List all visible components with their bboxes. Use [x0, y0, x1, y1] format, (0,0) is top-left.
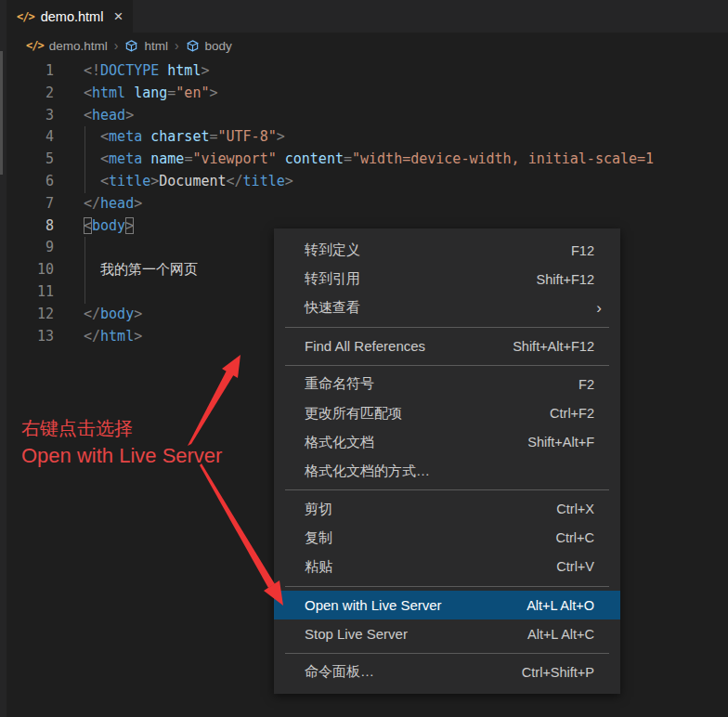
line-number[interactable]: 6: [6, 171, 54, 193]
line-number[interactable]: 4: [6, 126, 54, 149]
tab-label: demo.html: [41, 9, 104, 24]
menu-item-label: Open with Live Server: [305, 597, 442, 613]
line-number[interactable]: 12: [6, 304, 54, 326]
menu-item-go-to-definition[interactable]: 转到定义F12: [274, 236, 620, 265]
menu-item-label: 格式化文档的方式…: [305, 463, 430, 480]
menu-item-shortcut: Ctrl+V: [556, 559, 594, 574]
code-line-content: <title>Document</title>: [84, 171, 293, 193]
menu-item-label: 格式化文档: [305, 434, 374, 451]
line-number[interactable]: 13: [6, 326, 54, 348]
code-line-2[interactable]: 2<html lang="en">: [6, 83, 728, 105]
menu-item-label: 快速查看: [305, 299, 360, 317]
annotation-text: 右键点击选择 Open with Live Server: [21, 415, 222, 469]
symbol-cube-icon: [124, 39, 138, 53]
menu-item-shortcut: Shift+Alt+F12: [513, 339, 594, 354]
code-line-5[interactable]: 5 <meta name="viewport" content="width=d…: [6, 149, 728, 171]
submenu-chevron-icon: ›: [596, 299, 602, 318]
menu-item-shortcut: F2: [578, 377, 594, 392]
menu-item-command-palette[interactable]: 命令面板…Ctrl+Shift+P: [274, 658, 620, 686]
code-line-content: </body>: [84, 304, 142, 326]
menu-item-shortcut: Alt+L Alt+O: [526, 598, 594, 613]
menu-item-shortcut: Ctrl+Shift+P: [522, 665, 594, 680]
code-line-content: </html>: [84, 326, 142, 348]
menu-item-label: 复制: [305, 529, 332, 547]
menu-separator: [285, 586, 609, 587]
menu-item-label: Find All References: [305, 338, 425, 354]
menu-item-shortcut: F12: [571, 243, 594, 258]
menu-item-label: 重命名符号: [305, 375, 374, 393]
menu-separator: [285, 653, 609, 654]
line-number[interactable]: 8: [6, 215, 54, 238]
menu-item-shortcut: Ctrl+X: [556, 502, 594, 516]
menu-item-label: Stop Live Server: [305, 626, 408, 642]
code-line-content: <html lang="en">: [84, 83, 218, 105]
code-line-6[interactable]: 6 <title>Document</title>: [6, 171, 728, 193]
line-number[interactable]: 5: [6, 149, 54, 171]
menu-item-format-document[interactable]: 格式化文档Shift+Alt+F: [274, 428, 620, 457]
tab-demo-html[interactable]: </> demo.html ×: [6, 0, 133, 33]
line-number[interactable]: 10: [6, 259, 54, 281]
code-line-1[interactable]: 1<!DOCTYPE html>: [6, 60, 728, 83]
vscode-window: { "tab": { "label": "demo.html", "close"…: [0, 0, 728, 717]
menu-item-shortcut: Ctrl+F2: [550, 406, 594, 421]
code-line-3[interactable]: 3<head>: [6, 105, 728, 127]
line-number[interactable]: 2: [6, 83, 54, 105]
menu-item-copy[interactable]: 复制Ctrl+C: [274, 524, 620, 553]
line-number[interactable]: 7: [6, 193, 54, 215]
code-line-content: <!DOCTYPE html>: [84, 60, 209, 83]
breadcrumb-item-file[interactable]: </> demo.html: [26, 39, 108, 53]
menu-item-cut[interactable]: 剪切Ctrl+X: [274, 495, 620, 524]
menu-item-label: 剪切: [305, 501, 332, 518]
indent-guide: [84, 237, 85, 303]
code-line-4[interactable]: 4 <meta charset="UTF-8">: [6, 126, 728, 149]
line-number[interactable]: 9: [6, 237, 54, 259]
code-line-content: </head>: [84, 193, 142, 215]
breadcrumb-file-label: demo.html: [49, 39, 108, 53]
tab-close-icon[interactable]: ×: [113, 8, 123, 24]
menu-separator: [285, 489, 609, 490]
menu-item-peek[interactable]: 快速查看›: [274, 293, 620, 322]
breadcrumb-item-body[interactable]: body: [186, 39, 232, 53]
menu-item-shortcut: Shift+F12: [537, 272, 594, 287]
line-number[interactable]: 11: [6, 281, 54, 304]
menu-item-paste[interactable]: 粘贴Ctrl+V: [274, 553, 620, 581]
menu-item-label: 转到引用: [305, 270, 360, 288]
annotation-line-1: 右键点击选择: [21, 415, 222, 442]
menu-item-go-to-references[interactable]: 转到引用Shift+F12: [274, 265, 620, 293]
breadcrumb-html-label: html: [144, 39, 168, 53]
menu-separator: [285, 365, 609, 366]
code-line-content: <body>: [84, 215, 134, 238]
code-line-content: 我的第一个网页: [84, 259, 198, 281]
html-file-icon: </>: [17, 10, 34, 23]
menu-item-shortcut: Alt+L Alt+C: [527, 627, 594, 642]
menu-separator: [285, 327, 609, 328]
menu-item-rename-symbol[interactable]: 重命名符号F2: [274, 370, 620, 398]
breadcrumb-body-label: body: [205, 39, 232, 53]
code-line-7[interactable]: 7</head>: [6, 193, 728, 215]
chevron-right-icon: ›: [114, 38, 119, 53]
menu-item-shortcut: Ctrl+C: [556, 530, 595, 545]
code-line-content: <head>: [84, 105, 134, 127]
line-number[interactable]: 3: [6, 105, 54, 127]
menu-item-label: 更改所有匹配项: [305, 405, 402, 423]
symbol-cube-icon: [186, 39, 200, 53]
breadcrumb-item-html[interactable]: html: [124, 39, 168, 53]
menu-item-label: 转到定义: [305, 241, 360, 259]
breadcrumb: </> demo.html › html › body: [6, 33, 728, 59]
html-file-icon: </>: [26, 39, 44, 52]
menu-item-shortcut: Shift+Alt+F: [527, 435, 594, 450]
indent-guide: [84, 126, 85, 192]
menu-item-format-document-with[interactable]: 格式化文档的方式…: [274, 457, 620, 486]
chevron-right-icon: ›: [175, 38, 179, 53]
menu-item-change-all-occurrences[interactable]: 更改所有匹配项Ctrl+F2: [274, 398, 620, 427]
menu-item-label: 粘贴: [305, 558, 332, 576]
line-number[interactable]: 1: [6, 60, 54, 83]
code-line-content: <meta name="viewport" content="width=dev…: [84, 149, 654, 171]
code-line-content: <meta charset="UTF-8">: [84, 126, 285, 149]
sidebar-edge-scrollbar[interactable]: [0, 51, 3, 175]
menu-item-find-all-references[interactable]: Find All ReferencesShift+Alt+F12: [274, 332, 620, 360]
menu-item-open-with-live-server[interactable]: Open with Live ServerAlt+L Alt+O: [274, 591, 620, 619]
context-menu: 转到定义F12转到引用Shift+F12快速查看›Find All Refere…: [274, 228, 620, 694]
tab-bar: </> demo.html ×: [6, 0, 728, 33]
menu-item-stop-live-server[interactable]: Stop Live ServerAlt+L Alt+C: [274, 619, 620, 648]
